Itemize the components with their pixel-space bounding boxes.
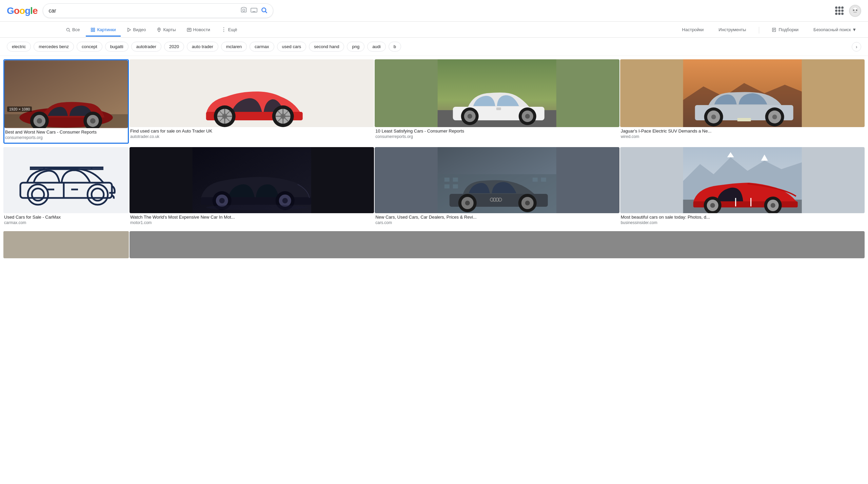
header: Google car [0,0,868,22]
image-card-1[interactable]: 1920 × 1080 Best and Worst New Cars - Co… [3,59,129,144]
card-title-7: New Cars, Used Cars, Car Dealers, Prices… [375,215,618,220]
chip-bugatti[interactable]: bugatti [105,42,129,52]
apps-icon[interactable] [835,6,844,15]
svg-rect-107 [445,184,450,188]
card-domain-6: motor1.com [130,220,373,225]
chip-carmax[interactable]: carmax [250,42,274,52]
svg-rect-110 [541,178,546,182]
nav-collections[interactable]: Подборки [767,24,803,37]
svg-rect-79 [737,118,751,121]
card-title-2: Find used cars for sale on Auto Trader U… [130,128,373,134]
svg-rect-105 [445,178,450,182]
user-avatar[interactable] [849,5,861,17]
card-domain-8: businessinsider.com [621,220,864,225]
chips-next-arrow[interactable]: › [852,42,861,52]
nav-all-label: Все [72,27,80,32]
nav-collections-label: Подборки [778,27,798,32]
svg-rect-80 [3,147,129,213]
svg-point-18 [856,9,857,11]
svg-point-0 [243,9,245,12]
image-card-9[interactable] [3,231,129,258]
nav-all[interactable]: Все [61,24,84,37]
image-card-5[interactable]: Used Cars for Sale - CarMax carmax.com [3,147,129,228]
image-size-badge-1: 1920 × 1080 [7,106,32,112]
svg-point-118 [465,201,470,205]
search-bar[interactable]: car [43,3,273,18]
image-card-2[interactable]: Find used cars for sale on Auto Trader U… [130,59,374,144]
chip-auto-trader[interactable]: auto trader [187,42,218,52]
image-card-4[interactable]: Jaguar's I-Pace Electric SUV Demands a N… [620,59,865,144]
image-card-3[interactable]: 10 Least Satisfying Cars - Consumer Repo… [375,59,619,144]
svg-point-102 [206,205,308,210]
image-grid-row1: 1920 × 1080 Best and Worst New Cars - Co… [0,56,868,147]
svg-point-70 [525,114,530,119]
search-icons [240,6,268,15]
nav-images-label: Картинки [97,27,116,32]
nav-news[interactable]: Новости [182,24,215,37]
chip-concept[interactable]: concept [77,42,102,52]
image-card-6[interactable]: Watch The World's Most Expensive New Car… [130,147,374,228]
keyboard-icon[interactable] [251,7,257,14]
svg-point-43 [90,118,96,124]
svg-point-75 [711,115,716,119]
nav-video-label: Видео [133,27,146,32]
image-card-7[interactable]: New Cars, Used Cars, Car Dealers, Prices… [375,147,619,228]
chip-electric[interactable]: electric [7,42,31,52]
svg-point-17 [853,9,855,11]
svg-point-127 [710,203,715,208]
card-domain-7: cars.com [375,220,618,225]
image-grid-row2: Used Cars for Sale - CarMax carmax.com [0,147,868,231]
chip-mclaren[interactable]: mclaren [221,42,247,52]
chip-2020[interactable]: 2020 [164,42,184,52]
chip-mercedes[interactable]: mercedes benz [34,42,74,52]
svg-point-78 [772,115,777,119]
svg-rect-106 [453,178,458,182]
chip-autotrader[interactable]: autotrader [131,42,161,52]
svg-point-121 [525,201,530,205]
svg-rect-24 [91,30,93,32]
nav-safe-search-label: Безопасный поиск ▼ [813,27,856,32]
nav-tools-label: Инструменты [718,27,746,32]
svg-line-14 [265,11,267,13]
svg-rect-25 [94,30,95,32]
search-button-icon[interactable] [261,7,268,15]
card-title-1: Best and Worst New Cars - Consumer Repor… [5,129,127,135]
nav-settings-label: Настройки [682,27,704,32]
card-info-2: Find used cars for sale on Auto Trader U… [130,127,374,142]
card-domain-5: carmax.com [4,220,128,225]
svg-point-98 [219,198,225,203]
svg-rect-23 [94,28,95,29]
chip-png[interactable]: png [347,42,364,52]
camera-icon[interactable] [240,6,247,15]
nav-bar: Все Картинки Видео Карты Новости ⋮ Ещё [0,22,868,38]
svg-point-67 [468,114,472,119]
nav-tools[interactable]: Инструменты [714,24,751,37]
svg-line-21 [69,31,70,32]
nav-more[interactable]: ⋮ Ещё [216,23,242,37]
card-domain-1: consumerreports.org [5,135,127,140]
nav-maps[interactable]: Карты [152,24,180,37]
chip-b[interactable]: b [389,42,401,52]
svg-point-40 [37,118,42,124]
google-logo[interactable]: Google [7,5,37,16]
card-info-5: Used Cars for Sale - CarMax carmax.com [3,213,129,228]
card-info-7: New Cars, Used Cars, Car Dealers, Prices… [375,213,619,228]
nav-video[interactable]: Видео [122,24,151,37]
card-info-1: Best and Worst New Cars - Consumer Repor… [4,128,128,143]
chip-used-cars[interactable]: used cars [277,42,306,52]
nav-settings[interactable]: Настройки [677,24,709,37]
search-input[interactable]: car [48,8,237,14]
image-card-10[interactable] [130,231,865,258]
svg-point-130 [770,203,775,208]
image-card-8[interactable]: Most beautiful cars on sale today: Photo… [620,147,865,228]
nav-safe-search[interactable]: Безопасный поиск ▼ [809,24,861,37]
svg-point-27 [159,28,160,29]
chip-second-hand[interactable]: second hand [309,42,344,52]
card-domain-2: autotrader.co.uk [130,134,373,139]
card-title-3: 10 Least Satisfying Cars - Consumer Repo… [375,128,618,134]
card-title-5: Used Cars for Sale - CarMax [4,215,128,220]
svg-rect-64 [496,107,501,110]
card-info-4: Jaguar's I-Pace Electric SUV Demands a N… [620,127,865,142]
nav-images[interactable]: Картинки [86,24,120,37]
chip-audi[interactable]: audi [367,42,386,52]
